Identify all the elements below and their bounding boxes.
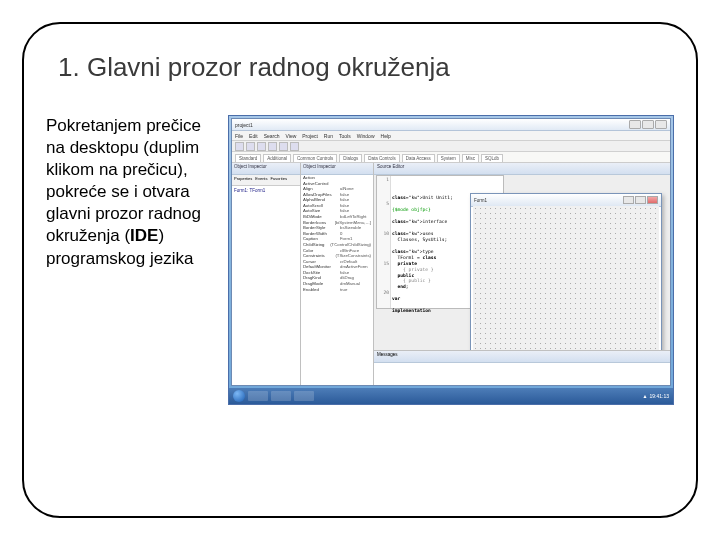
close-button[interactable] (655, 120, 667, 129)
messages-header: Messages (374, 351, 670, 363)
oi-tab-properties[interactable]: Properties (234, 176, 252, 184)
form-canvas[interactable] (473, 206, 659, 354)
object-tree-pane: Object Inspector PropertiesEventsFavorit… (232, 163, 301, 385)
open-icon[interactable] (246, 142, 255, 151)
object-inspector: Object Inspector ActionActiveControlAlig… (301, 163, 374, 385)
slide-body: Pokretanjem prečice na desktopu (duplim … (46, 115, 214, 405)
menu-view[interactable]: View (286, 133, 297, 139)
form-title: Form1 (474, 198, 487, 203)
pane-tabs[interactable]: PropertiesEventsFavorites (232, 175, 300, 186)
ide-screenshot: project1 FileEditSearchViewProjectRunToo… (228, 115, 674, 405)
menu-edit[interactable]: Edit (249, 133, 258, 139)
menu-run[interactable]: Run (324, 133, 333, 139)
toolbar[interactable] (232, 141, 670, 152)
maximize-button[interactable] (642, 120, 654, 129)
menu-help[interactable]: Help (381, 133, 391, 139)
menubar[interactable]: FileEditSearchViewProjectRunToolsWindowH… (232, 131, 670, 141)
tab-additional[interactable]: Additional (263, 154, 291, 162)
menu-window[interactable]: Window (357, 133, 375, 139)
tab-common-controls[interactable]: Common Controls (293, 154, 337, 162)
slide-frame: 1. Glavni prozor radnog okruženja Pokret… (22, 22, 698, 518)
run-icon[interactable] (268, 142, 277, 151)
menu-search[interactable]: Search (264, 133, 280, 139)
component-tabs[interactable]: StandardAdditionalCommon ControlsDialogs… (232, 152, 670, 163)
menu-file[interactable]: File (235, 133, 243, 139)
form-designer[interactable]: Form1 (470, 193, 662, 365)
start-button[interactable] (233, 390, 245, 402)
tray-icon[interactable]: ▲ (643, 393, 648, 399)
taskbar-app[interactable] (248, 391, 268, 401)
pause-icon[interactable] (279, 142, 288, 151)
window-title: project1 (235, 122, 253, 128)
titlebar: project1 (232, 119, 670, 131)
tab-misc[interactable]: Misc (462, 154, 479, 162)
menu-project[interactable]: Project (302, 133, 318, 139)
menu-tools[interactable]: Tools (339, 133, 351, 139)
messages-pane: Messages (374, 350, 670, 385)
ide-window: project1 FileEditSearchViewProjectRunToo… (231, 118, 671, 386)
form-close-button[interactable] (647, 196, 658, 204)
tab-standard[interactable]: Standard (235, 154, 261, 162)
tab-system[interactable]: System (437, 154, 460, 162)
gutter: 1 5 10 15 20 (377, 176, 391, 308)
stop-icon[interactable] (290, 142, 299, 151)
oi-header: Object Inspector (301, 163, 373, 175)
source-editor-header: Source Editor (374, 163, 670, 175)
form-minimize-button[interactable] (623, 196, 634, 204)
tab-sqldb[interactable]: SQLdb (481, 154, 503, 162)
tab-dialogs[interactable]: Dialogs (339, 154, 362, 162)
object-tree[interactable]: Form1: TForm1 (232, 186, 300, 385)
tab-data-controls[interactable]: Data Controls (364, 154, 400, 162)
tab-data-access[interactable]: Data Access (402, 154, 435, 162)
properties-grid[interactable]: ActionActiveControlAlignalNoneAllowDropF… (301, 175, 373, 385)
slide-title: 1. Glavni prozor radnog okruženja (58, 52, 674, 83)
taskbar[interactable]: ▲ 19:41:13 (229, 388, 673, 404)
oi-tab-favorites[interactable]: Favorites (270, 176, 286, 184)
clock: 19:41:13 (650, 393, 669, 399)
new-icon[interactable] (235, 142, 244, 151)
taskbar-app[interactable] (294, 391, 314, 401)
editor-area: Source Editor 1 5 10 15 20 class="kw">Un… (374, 163, 670, 385)
save-icon[interactable] (257, 142, 266, 151)
property-row[interactable]: Enabledtrue (301, 287, 373, 293)
taskbar-app[interactable] (271, 391, 291, 401)
form-maximize-button[interactable] (635, 196, 646, 204)
pane-header: Object Inspector (232, 163, 300, 175)
minimize-button[interactable] (629, 120, 641, 129)
oi-tab-events[interactable]: Events (255, 176, 267, 184)
